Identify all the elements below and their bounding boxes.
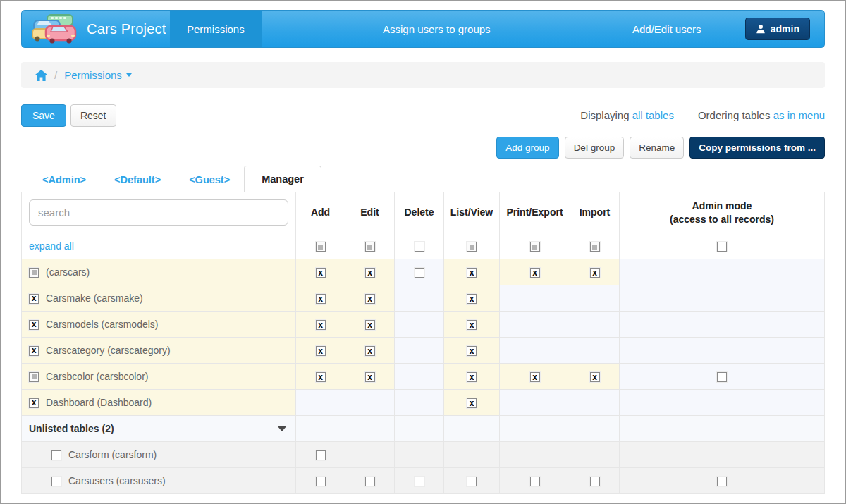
permission-checkbox-checked[interactable]: x	[365, 346, 375, 356]
row-select-checkbox-unchecked[interactable]	[51, 450, 61, 460]
row-select-checkbox-unchecked[interactable]	[51, 477, 61, 486]
permission-cell[interactable]: x	[345, 285, 395, 312]
permission-cell[interactable]	[620, 468, 825, 494]
displaying-value-link[interactable]: all tables	[632, 109, 674, 121]
permission-cell[interactable]: x	[296, 285, 345, 312]
permission-checkbox-checked[interactable]: x	[365, 294, 375, 304]
permission-checkbox-checked[interactable]: x	[316, 320, 326, 330]
row-select-checkbox-checked[interactable]: x	[29, 320, 39, 330]
expand-all-link[interactable]: expand all	[29, 240, 74, 252]
permission-cell[interactable]: x	[500, 259, 570, 285]
permission-cell[interactable]	[500, 233, 570, 259]
permission-checkbox-checked[interactable]: x	[530, 372, 540, 382]
nav-item-add-edit-users[interactable]: Add/Edit users	[632, 23, 701, 35]
permission-checkbox-unchecked[interactable]	[590, 477, 600, 486]
add-group-button[interactable]: Add group	[496, 137, 558, 159]
permission-cell[interactable]: x	[570, 259, 620, 285]
row-select-checkbox-indeterminate[interactable]	[29, 372, 39, 382]
permission-checkbox-checked[interactable]: x	[365, 320, 375, 330]
permission-cell[interactable]: x	[345, 312, 395, 338]
permission-checkbox-unchecked[interactable]	[316, 477, 326, 486]
permission-checkbox-indeterminate[interactable]	[467, 242, 477, 252]
permission-checkbox-indeterminate[interactable]	[365, 242, 375, 252]
permission-cell[interactable]	[620, 364, 825, 390]
permission-cell[interactable]	[570, 233, 620, 259]
permission-checkbox-checked[interactable]: x	[365, 268, 375, 278]
tab-guest[interactable]: <Guest>	[175, 167, 244, 192]
permission-cell[interactable]	[570, 468, 620, 494]
permission-checkbox-checked[interactable]: x	[467, 294, 477, 304]
admin-user-button[interactable]: admin	[745, 18, 810, 40]
permission-cell[interactable]	[296, 468, 345, 494]
permission-checkbox-unchecked[interactable]	[717, 242, 727, 252]
brand[interactable]: Cars Project	[22, 14, 166, 44]
permission-cell[interactable]: x	[444, 338, 500, 364]
row-select-checkbox-checked[interactable]: x	[29, 294, 39, 304]
permission-cell[interactable]: x	[296, 364, 345, 390]
permission-checkbox-unchecked[interactable]	[415, 268, 424, 278]
del-group-button[interactable]: Del group	[565, 137, 625, 159]
permission-cell[interactable]	[395, 468, 444, 494]
permission-cell[interactable]: x	[345, 259, 395, 285]
row-select-checkbox-indeterminate[interactable]	[29, 268, 39, 278]
permission-cell[interactable]: x	[444, 259, 500, 285]
permission-checkbox-checked[interactable]: x	[316, 346, 326, 356]
permission-cell[interactable]: x	[444, 285, 500, 312]
permission-cell[interactable]: x	[296, 338, 345, 364]
permission-cell[interactable]: x	[570, 364, 620, 390]
home-icon[interactable]	[35, 70, 47, 81]
search-input[interactable]	[29, 199, 288, 226]
row-label[interactable]: Unlisted tables (2)	[29, 424, 114, 435]
permission-cell[interactable]	[620, 233, 825, 259]
permission-checkbox-checked[interactable]: x	[467, 320, 477, 330]
permission-checkbox-checked[interactable]: x	[365, 372, 375, 382]
permission-checkbox-indeterminate[interactable]	[530, 242, 540, 252]
permission-cell[interactable]	[500, 468, 570, 494]
tab-manager[interactable]: Manager	[244, 166, 321, 192]
permission-cell[interactable]	[395, 233, 444, 259]
permission-cell[interactable]	[296, 233, 345, 259]
permission-checkbox-checked[interactable]: x	[467, 346, 477, 356]
permission-checkbox-unchecked[interactable]	[365, 477, 375, 486]
permission-checkbox-checked[interactable]: x	[590, 372, 600, 382]
permission-checkbox-checked[interactable]: x	[467, 372, 477, 382]
permission-cell[interactable]: x	[444, 312, 500, 338]
nav-item-permissions[interactable]: Permissions	[170, 11, 262, 47]
permission-checkbox-checked[interactable]: x	[316, 294, 326, 304]
permission-checkbox-indeterminate[interactable]	[316, 242, 326, 252]
permission-cell[interactable]	[444, 233, 500, 259]
permission-checkbox-unchecked[interactable]	[467, 477, 477, 486]
permission-checkbox-unchecked[interactable]	[530, 477, 540, 486]
permission-checkbox-unchecked[interactable]	[415, 477, 424, 486]
permission-checkbox-checked[interactable]: x	[316, 268, 326, 278]
permission-checkbox-checked[interactable]: x	[316, 372, 326, 382]
permission-cell[interactable]: x	[444, 364, 500, 390]
collapse-caret-icon[interactable]	[277, 426, 287, 431]
permission-cell[interactable]	[345, 468, 395, 494]
permission-checkbox-checked[interactable]: x	[467, 268, 477, 278]
permission-cell[interactable]: x	[500, 364, 570, 390]
permission-checkbox-checked[interactable]: x	[530, 268, 540, 278]
permission-cell[interactable]	[395, 259, 444, 285]
row-select-checkbox-checked[interactable]: x	[29, 398, 39, 408]
save-button[interactable]: Save	[21, 104, 66, 127]
tab-admin[interactable]: <Admin>	[28, 167, 100, 192]
permission-cell[interactable]	[296, 442, 345, 468]
permission-checkbox-checked[interactable]: x	[590, 268, 600, 278]
permission-checkbox-indeterminate[interactable]	[590, 242, 600, 252]
permission-checkbox-unchecked[interactable]	[717, 372, 727, 382]
permission-checkbox-unchecked[interactable]	[717, 477, 727, 486]
permission-cell[interactable]	[444, 468, 500, 494]
rename-button[interactable]: Rename	[630, 137, 684, 159]
nav-item-assign-users[interactable]: Assign users to groups	[383, 23, 491, 35]
permission-cell[interactable]	[345, 233, 395, 259]
permission-cell[interactable]: x	[345, 338, 395, 364]
ordering-value-link[interactable]: as in menu	[773, 109, 825, 121]
reset-button[interactable]: Reset	[70, 104, 116, 127]
permission-cell[interactable]: x	[296, 312, 345, 338]
breadcrumb-permissions[interactable]: Permissions	[64, 69, 132, 81]
permission-checkbox-unchecked[interactable]	[415, 242, 424, 252]
permission-checkbox-unchecked[interactable]	[316, 450, 326, 460]
permission-checkbox-checked[interactable]: x	[467, 398, 477, 408]
permission-cell[interactable]: x	[444, 390, 500, 416]
